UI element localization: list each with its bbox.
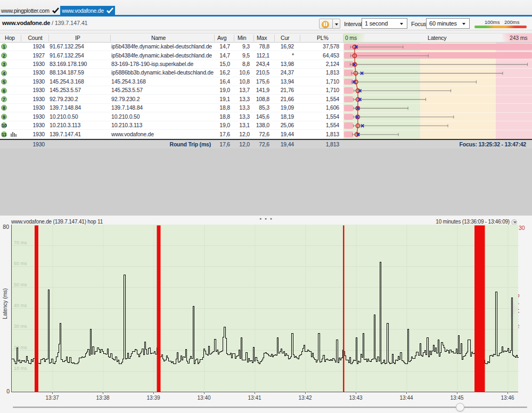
svg-text:30 ms: 30 ms [14, 324, 27, 329]
svg-text:50 ms: 50 ms [14, 282, 27, 287]
svg-text:40 ms: 40 ms [14, 303, 27, 308]
svg-text:10 ms: 10 ms [14, 366, 27, 371]
svg-text:20 ms: 20 ms [14, 344, 27, 350]
svg-text:60 ms: 60 ms [14, 261, 27, 266]
svg-text:70 ms: 70 ms [14, 239, 27, 245]
